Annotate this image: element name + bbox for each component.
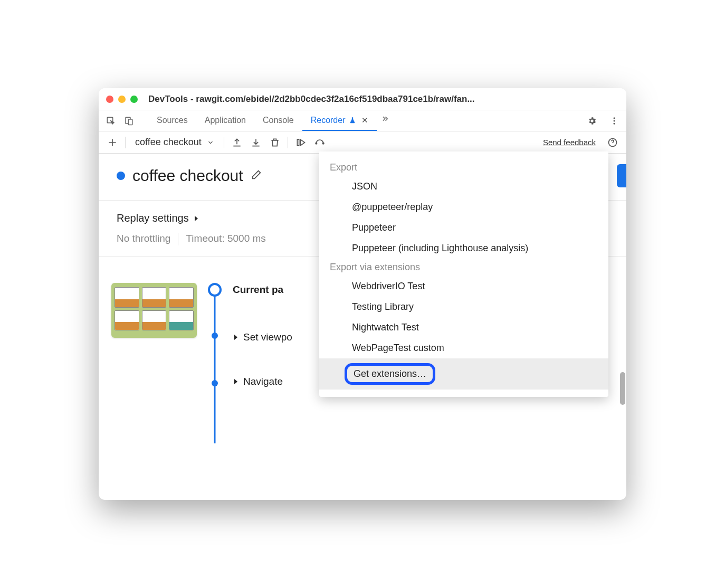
recording-title: coffee checkout (132, 167, 243, 185)
get-extensions-callout: Get extensions… (345, 363, 435, 385)
svg-rect-2 (128, 119, 132, 125)
close-tab-icon[interactable]: ✕ (361, 116, 368, 125)
step-label: Set viewpo (243, 331, 292, 343)
export-section-header: Export (319, 159, 608, 176)
tab-console[interactable]: Console (254, 111, 302, 130)
recorder-toolbar: coffee checkout Send feedback (99, 131, 626, 154)
maximize-window-button[interactable] (130, 96, 138, 103)
svg-point-3 (614, 117, 615, 119)
svg-point-4 (614, 120, 615, 121)
tab-application[interactable]: Application (196, 111, 254, 130)
kebab-menu-icon[interactable] (606, 113, 622, 129)
svg-point-7 (322, 143, 324, 144)
tab-sources[interactable]: Sources (148, 111, 196, 130)
help-icon[interactable] (604, 134, 621, 151)
titlebar: DevTools - rawgit.com/ebidel/2d2bb0cdec3… (99, 88, 626, 110)
inspect-element-icon[interactable] (103, 113, 119, 129)
export-nightwatch[interactable]: Nightwatch Test (319, 317, 608, 338)
delete-icon[interactable] (266, 134, 283, 151)
export-get-extensions[interactable]: Get extensions… (319, 358, 608, 390)
edit-title-icon[interactable] (251, 169, 262, 183)
caret-right-icon (193, 215, 199, 222)
export-webpagetest[interactable]: WebPageTest custom (319, 338, 608, 358)
export-puppeteer-lighthouse[interactable]: Puppeteer (including Lighthouse analysis… (319, 238, 608, 259)
more-tabs-icon[interactable] (377, 111, 393, 127)
replay-button-peek[interactable] (617, 164, 626, 187)
chevron-down-icon (207, 139, 214, 146)
panel-tabs: Sources Application Console Recorder ✕ (99, 110, 626, 131)
divider (178, 233, 178, 245)
export-extensions-header: Export via extensions (319, 259, 608, 276)
export-json[interactable]: JSON (319, 176, 608, 197)
timeline-start-node (208, 283, 222, 297)
tab-recorder[interactable]: Recorder ✕ (302, 111, 377, 131)
tab-recorder-label: Recorder (311, 116, 346, 125)
export-puppeteer-replay[interactable]: @puppeteer/replay (319, 197, 608, 217)
export-testing-library[interactable]: Testing Library (319, 297, 608, 317)
divider (125, 137, 126, 148)
timeline (207, 283, 222, 391)
export-puppeteer[interactable]: Puppeteer (319, 217, 608, 238)
divider (224, 137, 224, 148)
add-recording-icon[interactable] (104, 134, 121, 151)
step-over-icon[interactable] (311, 134, 328, 151)
step-label: Navigate (243, 376, 283, 387)
window-title: DevTools - rawgit.com/ebidel/2d2bb0cdec3… (148, 94, 619, 105)
timeline-line (214, 290, 216, 443)
timeline-node (212, 333, 218, 339)
recording-selector[interactable]: coffee checkout (130, 137, 220, 148)
import-icon[interactable] (247, 134, 264, 151)
close-window-button[interactable] (106, 96, 113, 103)
export-webdriverio[interactable]: WebdriverIO Test (319, 276, 608, 297)
send-feedback-link[interactable]: Send feedback (543, 138, 596, 147)
recording-name: coffee checkout (135, 137, 202, 148)
recording-indicator-icon (117, 172, 125, 180)
svg-point-8 (316, 143, 317, 144)
divider (288, 137, 288, 148)
thumbnail-image (111, 283, 197, 338)
settings-icon[interactable] (584, 113, 600, 129)
svg-point-5 (614, 122, 615, 124)
replay-settings-label: Replay settings (117, 212, 189, 224)
export-dropdown: Export JSON @puppeteer/replay Puppeteer … (319, 151, 608, 397)
minimize-window-button[interactable] (118, 96, 126, 103)
timeline-node (212, 380, 218, 386)
play-slow-icon[interactable] (292, 134, 309, 151)
svg-rect-6 (297, 139, 299, 146)
throttling-value: No throttling (117, 233, 170, 245)
step-label: Current pa (233, 284, 283, 296)
scrollbar-thumb[interactable] (620, 372, 625, 405)
caret-right-icon (233, 334, 239, 340)
export-icon[interactable] (228, 134, 245, 151)
timeout-value: Timeout: 5000 ms (186, 233, 265, 245)
window-controls (106, 96, 138, 103)
devtools-window: DevTools - rawgit.com/ebidel/2d2bb0cdec3… (99, 88, 626, 500)
screenshot-thumbnail[interactable] (111, 283, 197, 338)
flask-icon (349, 117, 356, 124)
caret-right-icon (233, 378, 239, 385)
device-toolbar-icon[interactable] (121, 113, 137, 129)
